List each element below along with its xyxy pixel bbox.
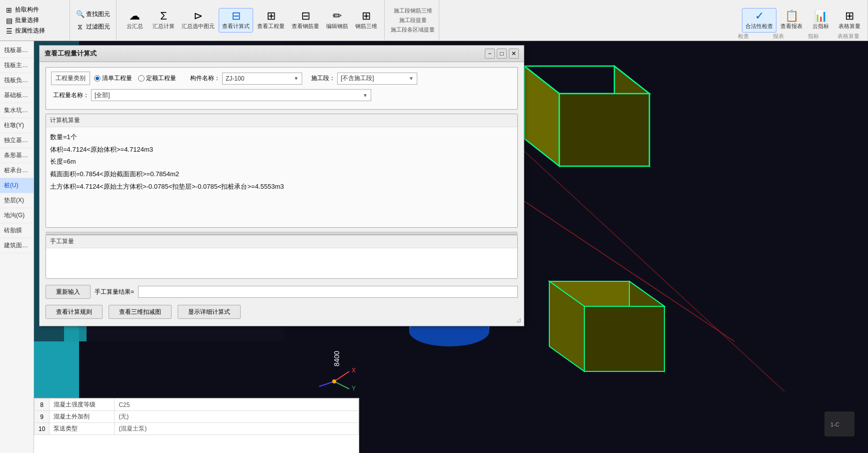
manual-calc-header: 手工算量 [46,235,517,248]
find-label: 查找图元 [86,10,110,19]
radio-list-label: 清单工程量 [102,74,132,83]
batch-icon: ▤ [5,17,13,25]
calc-dialog: 查看工程量计算式 − □ ✕ 工程量类别 清单工程 [39,45,524,326]
dialog-titlebar: 查看工程量计算式 − □ ✕ [40,46,524,62]
btn-view-report[interactable]: 📋 查看报表 [777,9,805,32]
btn-edit-rebar[interactable]: ✏ 编辑钢筋 [323,9,351,32]
component-group: 构件名称： ZJ-100 ▼ [190,73,302,85]
calc-line-4: 截面面积=0.7854<原始截面面积>=0.7854m2 [50,168,513,181]
radio-quota-indicator [138,75,145,82]
sidebar-item-pile-cap[interactable]: 桩承台(V) [0,163,34,178]
computer-calc-header: 计算机算量 [46,114,517,127]
sidebar-item-raft-base[interactable]: 筏板基础( [0,43,34,58]
section-label-index: 指标 [796,33,831,40]
btn-cloud-total[interactable]: ☁ 云汇总 [121,9,149,32]
calc-total-icon: Σ [160,11,167,22]
right-side-item-1[interactable]: 施工段钢筋三维 [392,7,434,15]
table-calc-icon: ⊞ [845,11,854,22]
qty-name-label: 工程量名称： [53,91,89,100]
attr-icon: ☰ [5,27,13,35]
col-val-9: (无) [115,411,359,423]
detail-btn[interactable]: 显示详细计算式 [178,305,241,319]
btn-validity[interactable]: ✓ 合法性检查 [742,8,776,33]
batch-label: 批量选择 [15,16,39,25]
btn-table-calc[interactable]: ⊞ 表格算量 [835,9,863,32]
qty-name-value: [全部] [95,91,110,100]
toolbar-pick-element[interactable]: ⊞ 拾取构件 [3,5,67,15]
3d-deduct-btn[interactable]: 查看三维扣减图 [109,305,172,319]
sidebar-item-sump[interactable]: 集水坑(K) [0,103,34,118]
dialog-close-btn[interactable]: ✕ [509,49,519,59]
table-row: 10 泵送类型 (混凝土泵) [35,423,359,435]
right-side-item-3[interactable]: 施工段各区域提量 [389,26,437,34]
dialog-body: 工程量类别 清单工程量 定额工程量 构件名称： [40,62,524,326]
calc-line-1: 数量=1个 [50,131,513,144]
sidebar-item-pile[interactable]: 桩(U) [0,178,34,193]
validity-icon: ✓ [755,11,764,22]
col-name-8: 混凝土强度等级 [50,399,115,411]
toolbar-right-side-items: 施工段钢筋三维 施工段提量 施工段各区域提量 [385,0,439,41]
sidebar-item-cushion[interactable]: 垫层(X) [0,193,34,208]
sidebar-item-brick-form[interactable]: 砖胎膜 [0,223,34,238]
calc-line-5: 土方体积=4.7124<原始土方体积>-0.0785<扣垫层>-0.0785<扣… [50,181,513,193]
stage-group: 施工段： [不含施工段] ▼ [311,73,417,85]
reinput-btn[interactable]: 重新输入 [46,285,91,299]
radio-group: 清单工程量 定额工程量 [94,74,176,83]
manual-result-input[interactable] [138,286,518,298]
manual-calc-section: 手工算量 [46,235,518,279]
computer-calc-section: 计算机算量 数量=1个 体积=4.7124<原始体积>=4.7124m3 长度=… [46,114,518,228]
toolbar-batch-select[interactable]: ▤ 批量选择 [3,15,67,26]
svg-marker-17 [559,94,649,166]
stage-value: [不含施工段] [341,74,374,83]
col-name-9: 混凝土外加剂 [50,411,115,423]
svg-text:Y: Y [352,385,356,392]
dialog-maximize-btn[interactable]: □ [497,49,507,59]
sidebar-item-trench[interactable]: 地沟(G) [0,208,34,223]
radio-quota[interactable]: 定额工程量 [138,74,176,83]
section-label-report: 报表 [761,33,796,40]
sidebar-item-raft-neg[interactable]: 筏板负筋( [0,73,34,88]
component-value: ZJ-100 [226,75,244,82]
sidebar-item-raft-main[interactable]: 筏板主筋( [0,58,34,73]
total-selected-icon: ⊳ [194,11,203,22]
manual-result-label: 手工算量结果= [95,288,134,296]
component-select[interactable]: ZJ-100 ▼ [222,73,302,85]
btn-view-calc[interactable]: ⊟ 查看计算式 [219,8,253,33]
right-side-item-2[interactable]: 施工段提量 [397,16,429,25]
sidebar-item-col-pier[interactable]: 柱墩(Y) [0,118,34,133]
btn-view-quantity[interactable]: ⊞ 查看工程量 [254,9,288,32]
stage-select[interactable]: [不含施工段] ▼ [337,73,417,85]
radio-list-indicator [94,75,101,82]
btn-view-rebar[interactable]: ⊟ 查看钢筋量 [289,9,322,32]
filter-label: 过滤图元 [86,23,110,31]
stage-label: 施工段： [311,74,335,83]
cloud-total-icon: ☁ [129,11,140,22]
sidebar-item-base-band[interactable]: 基础板带( [0,88,34,103]
btn-calc-total[interactable]: Σ 汇总计算 [150,9,178,32]
manual-text-area[interactable] [46,248,517,278]
btn-cloud-index[interactable]: 📊 云指标 [806,9,834,32]
toolbar-find[interactable]: 🔍 查找图元 [74,9,112,20]
component-label: 构件名称： [190,74,220,83]
qty-name-select[interactable]: [全部] ▼ [91,89,371,101]
btn-total-selected[interactable]: ⊳ 汇总选中图元 [179,9,218,32]
pick-icon: ⊞ [5,6,13,14]
toolbar-attr-select[interactable]: ☰ 按属性选择 [3,26,67,36]
calc-rules-btn[interactable]: 查看计算规则 [46,305,103,319]
dialog-minimize-btn[interactable]: − [485,49,495,59]
btn-rebar-3d[interactable]: ⊞ 钢筋三维 [352,9,380,32]
resize-handle-icon[interactable]: ⊿ [516,316,522,324]
edit-rebar-icon: ✏ [333,11,342,22]
svg-text:X: X [352,367,356,374]
action-buttons: 查看计算规则 查看三维扣减图 显示详细计算式 [46,301,518,321]
sidebar-item-isolated-base[interactable]: 独立基础( [0,133,34,148]
sidebar-item-build-area[interactable]: 建筑面积(U) [0,238,34,253]
svg-text:1-C: 1-C [830,421,839,427]
sidebar-item-strip-base[interactable]: 条形基础( [0,148,34,163]
rebar-3d-icon: ⊞ [362,11,371,22]
radio-list[interactable]: 清单工程量 [94,74,132,83]
toolbar-main-buttons: ☁ 云汇总 Σ 汇总计算 ⊳ 汇总选中图元 ⊟ 查看计算式 ⊞ 查看工程量 ⊟ … [117,0,385,41]
sidebar: 筏板基础( 筏板主筋( 筏板负筋( 基础板带( 集水坑(K) 柱墩(Y) 独立基… [0,41,34,453]
right-side-label-2: 施工段提量 [399,17,427,23]
toolbar-filter[interactable]: ⧖ 过滤图元 [74,22,112,32]
